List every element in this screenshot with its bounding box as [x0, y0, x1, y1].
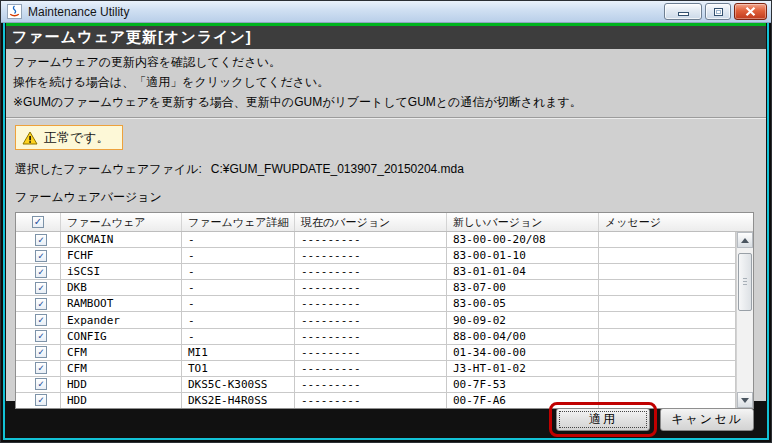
row-checkbox[interactable]: ✓ — [35, 378, 47, 390]
warning-icon — [22, 131, 38, 145]
firmware-table: ✓ ファームウェア ファームウェア詳細 現在のバージョン 新しいバージョン メッ… — [15, 212, 754, 409]
instruction-line-3: ※GUMのファームウェアを更新する場合、更新中のGUMがリブートしてGUMとの通… — [13, 92, 759, 112]
cell-firmware-detail: - — [182, 280, 295, 295]
cell-current-version: --------- — [295, 264, 447, 279]
cell-new-version: J3-HT-01-02 — [447, 361, 599, 376]
cancel-button[interactable]: キャンセル — [660, 408, 754, 431]
table-row: ✓FCHF----------83-00-01-10 — [16, 248, 736, 264]
table-row: ✓CONFIG----------88-00-04/00 — [16, 329, 736, 345]
row-checkbox[interactable]: ✓ — [35, 250, 47, 262]
row-checkbox[interactable]: ✓ — [35, 346, 47, 358]
cell-firmware: iSCSI — [61, 264, 182, 279]
cell-new-version: 90-09-02 — [447, 312, 599, 327]
cell-message — [599, 345, 736, 360]
cell-new-version: 83-00-00-20/08 — [447, 232, 599, 247]
row-checkbox-cell: ✓ — [16, 329, 61, 344]
row-checkbox[interactable]: ✓ — [35, 362, 47, 374]
row-checkbox-cell: ✓ — [16, 248, 61, 263]
row-checkbox[interactable]: ✓ — [35, 314, 47, 326]
cell-new-version: 00-7F-A6 — [447, 393, 599, 408]
cell-firmware-detail: - — [182, 264, 295, 279]
apply-button[interactable]: 適用 — [556, 408, 650, 431]
cell-firmware-detail: MI1 — [182, 345, 295, 360]
header-message: メッセージ — [599, 213, 753, 231]
cell-firmware: DKB — [61, 280, 182, 295]
cell-firmware-detail: - — [182, 248, 295, 263]
window-frame: ファームウェア更新[オンライン] ファームウェアの更新内容を確認してください。 … — [1, 23, 771, 442]
header-new-version: 新しいバージョン — [447, 213, 599, 231]
table-row: ✓HDDDKS5C-K300SS---------00-7F-53 — [16, 377, 736, 393]
cell-firmware-detail: - — [182, 329, 295, 344]
cell-firmware-detail: DKS2E-H4R0SS — [182, 393, 295, 408]
header-current-version: 現在のバージョン — [295, 213, 447, 231]
main-panel: 正常です。 選択したファームウェアファイル:C:¥GUM_FWUPDATE_01… — [6, 118, 766, 401]
row-checkbox[interactable]: ✓ — [35, 234, 47, 246]
cell-current-version: --------- — [295, 280, 447, 295]
arrow-down-icon — [741, 398, 749, 403]
cell-firmware: RAMBOOT — [61, 296, 182, 311]
cell-current-version: --------- — [295, 329, 447, 344]
minimize-button[interactable] — [664, 3, 702, 20]
header-firmware-detail: ファームウェア詳細 — [182, 213, 295, 231]
table-row: ✓iSCSI----------83-01-01-04 — [16, 264, 736, 280]
instructions-panel: ファームウェアの更新内容を確認してください。 操作を続ける場合は、「適用」をクリ… — [6, 49, 766, 118]
cell-new-version: 83-00-01-10 — [447, 248, 599, 263]
close-button[interactable] — [734, 3, 767, 20]
selected-file-path: C:¥GUM_FWUPDATE_013907_20150204.mda — [211, 162, 464, 176]
select-all-checkbox[interactable]: ✓ — [32, 216, 44, 228]
cell-firmware-detail: TO1 — [182, 361, 295, 376]
row-checkbox[interactable]: ✓ — [35, 394, 47, 406]
cell-message — [599, 361, 736, 376]
row-checkbox-cell: ✓ — [16, 280, 61, 295]
cell-message — [599, 280, 736, 295]
row-checkbox-cell: ✓ — [16, 361, 61, 376]
cell-new-version: 88-00-04/00 — [447, 329, 599, 344]
cell-firmware-detail: - — [182, 312, 295, 327]
cell-message — [599, 232, 736, 247]
cell-current-version: --------- — [295, 296, 447, 311]
cell-new-version: 01-34-00-00 — [447, 345, 599, 360]
cell-message — [599, 248, 736, 263]
cell-current-version: --------- — [295, 232, 447, 247]
cell-current-version: --------- — [295, 248, 447, 263]
scroll-thumb[interactable] — [738, 253, 752, 311]
status-text: 正常です。 — [44, 129, 110, 147]
row-checkbox-cell: ✓ — [16, 345, 61, 360]
table-header-row: ✓ ファームウェア ファームウェア詳細 現在のバージョン 新しいバージョン メッ… — [16, 213, 753, 232]
cell-firmware: Expander — [61, 312, 182, 327]
cell-firmware: HDD — [61, 377, 182, 392]
selected-file-line: 選択したファームウェアファイル:C:¥GUM_FWUPDATE_013907_2… — [15, 161, 757, 178]
cell-new-version: 00-7F-53 — [447, 377, 599, 392]
scroll-up-button[interactable] — [737, 232, 753, 248]
row-checkbox[interactable]: ✓ — [35, 282, 47, 294]
table-row: ✓DKB----------83-07-00 — [16, 280, 736, 296]
instruction-line-2: 操作を続ける場合は、「適用」をクリックしてください。 — [13, 72, 759, 92]
arrow-up-icon — [741, 238, 749, 243]
table-row: ✓DKCMAIN----------83-00-00-20/08 — [16, 232, 736, 248]
scroll-down-button[interactable] — [737, 392, 753, 408]
firmware-version-label: ファームウェアバージョン — [15, 189, 757, 206]
content-area: ファームウェア更新[オンライン] ファームウェアの更新内容を確認してください。 … — [5, 23, 767, 438]
maintenance-utility-window: Maintenance Utility ファームウェア更新[オンライン] ファー… — [0, 0, 772, 443]
restore-button[interactable] — [705, 3, 731, 20]
row-checkbox[interactable]: ✓ — [35, 330, 47, 342]
cell-firmware: CFM — [61, 361, 182, 376]
cell-current-version: --------- — [295, 345, 447, 360]
row-checkbox-cell: ✓ — [16, 393, 61, 408]
cell-new-version: 83-01-01-04 — [447, 264, 599, 279]
cell-message — [599, 312, 736, 327]
row-checkbox[interactable]: ✓ — [35, 298, 47, 310]
selected-file-label: 選択したファームウェアファイル: — [15, 162, 202, 176]
cell-current-version: --------- — [295, 361, 447, 376]
table-row: ✓CFMTO1---------J3-HT-01-02 — [16, 361, 736, 377]
title-bar[interactable]: Maintenance Utility — [1, 1, 771, 23]
row-checkbox[interactable]: ✓ — [35, 266, 47, 278]
cell-firmware: CFM — [61, 345, 182, 360]
cell-current-version: --------- — [295, 377, 447, 392]
cell-firmware: CONFIG — [61, 329, 182, 344]
page-title: ファームウェア更新[オンライン] — [6, 26, 766, 49]
scroll-track[interactable] — [737, 248, 753, 392]
restore-icon — [714, 8, 723, 16]
cell-firmware-detail: - — [182, 296, 295, 311]
table-scrollbar[interactable] — [736, 232, 753, 408]
